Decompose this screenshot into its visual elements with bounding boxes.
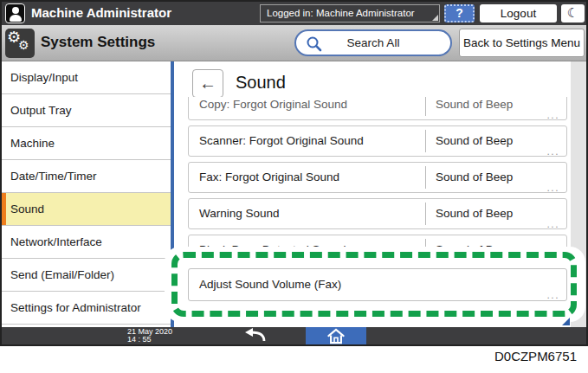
sidebar-item-network-interface[interactable]: Network/Interface <box>2 226 171 259</box>
back-to-settings-menu-button[interactable]: Back to Settings Menu <box>459 29 585 57</box>
setting-label: Scanner: Forgot Original Sound <box>199 126 364 156</box>
setting-row-warning-sound[interactable]: Warning Sound Sound of Beep ... <box>188 198 567 229</box>
setting-value: Sound of Beep <box>436 199 513 228</box>
setting-label: Copy: Forgot Original Sound <box>199 97 347 119</box>
row-divider <box>425 166 426 189</box>
more-icon: ... <box>546 182 559 194</box>
gear-icon-small: ⚙ <box>18 38 29 52</box>
sidebar-item-label: Date/Time/Timer <box>10 170 97 183</box>
setting-value: Sound of Beep <box>436 163 513 192</box>
section-title: Sound <box>236 73 286 93</box>
user-icon <box>5 3 25 23</box>
datetime-display: 21 May 2020 14 : 55 <box>127 328 172 344</box>
bottom-bar: 21 May 2020 14 : 55 <box>2 327 586 344</box>
sidebar-item-label: Output Tray <box>10 104 72 117</box>
setting-row-copy-forgot-original-sound[interactable]: Copy: Forgot Original Sound Sound of Bee… <box>188 97 567 120</box>
help-button[interactable]: ? <box>444 4 475 23</box>
top-bar: Machine Administrator Logged in: Machine… <box>2 2 586 25</box>
undo-icon <box>243 328 268 344</box>
row-divider <box>425 97 426 116</box>
back-button[interactable]: ← <box>192 69 223 98</box>
logout-button[interactable]: Logout <box>480 4 557 23</box>
sidebar-item-send-email-folder[interactable]: Send (Email/Folder) <box>2 259 171 292</box>
back-nav-button[interactable] <box>243 327 275 344</box>
more-icon: ... <box>546 218 559 230</box>
setting-row-adjust-sound-volume-fax[interactable]: Adjust Sound Volume (Fax) ... <box>188 268 567 301</box>
setting-value: Sound of Beep <box>436 126 513 156</box>
scroll-corner-icon[interactable] <box>562 318 570 325</box>
setting-row-fax-forgot-original-sound[interactable]: Fax: Forgot Original Sound Sound of Beep… <box>188 162 567 193</box>
search-placeholder: Search All <box>296 36 450 49</box>
screenshot-root: Machine Administrator Logged in: Machine… <box>0 0 588 373</box>
setting-value: Sound of Beep <box>436 97 513 119</box>
row-divider <box>425 130 426 152</box>
home-icon <box>326 328 346 344</box>
dropdown-corner-icon <box>432 15 438 21</box>
row-divider <box>425 203 426 225</box>
selected-accent-bar <box>2 193 6 225</box>
main-content: ← Sound Copy: Forgot Original Sound Soun… <box>174 61 586 327</box>
sidebar-item-display-input[interactable]: Display/Input <box>2 61 171 94</box>
user-icon-head <box>12 7 19 14</box>
sidebar-item-settings-for-administrator[interactable]: Settings for Administrator <box>2 292 171 325</box>
search-all-input[interactable]: Search All <box>294 29 452 56</box>
logged-in-dropdown[interactable]: Logged in: Machine Administrator <box>260 4 440 23</box>
more-icon: ... <box>546 289 559 301</box>
sidebar-item-label: Network/Interface <box>10 235 102 248</box>
moon-icon: ☾ <box>567 5 578 21</box>
sidebar-item-machine[interactable]: Machine <box>2 127 171 160</box>
sidebar-item-label: Machine <box>10 137 55 150</box>
system-settings-icon: ⚙ ⚙ <box>5 29 35 58</box>
setting-label: Adjust Sound Volume (Fax) <box>199 269 341 300</box>
page-title: System Settings <box>41 34 155 51</box>
device-screen: Machine Administrator Logged in: Machine… <box>0 0 588 346</box>
setting-label: Fax: Forgot Original Sound <box>199 163 339 192</box>
setting-row-scanner-forgot-original-sound[interactable]: Scanner: Forgot Original Sound Sound of … <box>188 125 567 157</box>
more-icon: ... <box>546 145 559 158</box>
sidebar-item-output-tray[interactable]: Output Tray <box>2 94 171 127</box>
setting-label: Warning Sound <box>199 199 280 228</box>
sidebar-item-sound[interactable]: Sound <box>2 193 171 226</box>
sidebar-item-label: Send (Email/Folder) <box>10 268 114 281</box>
time-text: 14 : 55 <box>127 336 172 344</box>
settings-header-bar: ⚙ ⚙ System Settings Search All Back to S… <box>2 25 586 61</box>
sidebar-item-label: Sound <box>10 203 44 215</box>
logged-in-label: Logged in: Machine Administrator <box>267 8 415 18</box>
settings-sidebar: Display/Input Output Tray Machine Date/T… <box>2 61 171 327</box>
sleep-mode-button[interactable]: ☾ <box>561 4 585 23</box>
home-button[interactable] <box>306 327 366 344</box>
figure-code: D0CZPM6751 <box>494 349 577 363</box>
sidebar-item-label: Settings for Administrator <box>10 301 141 314</box>
more-icon: ... <box>546 109 559 121</box>
sidebar-item-date-time-timer[interactable]: Date/Time/Timer <box>2 160 171 193</box>
logged-in-user-title: Machine Administrator <box>31 5 171 20</box>
sidebar-item-label: Display/Input <box>10 71 78 84</box>
user-icon-body <box>10 15 22 22</box>
